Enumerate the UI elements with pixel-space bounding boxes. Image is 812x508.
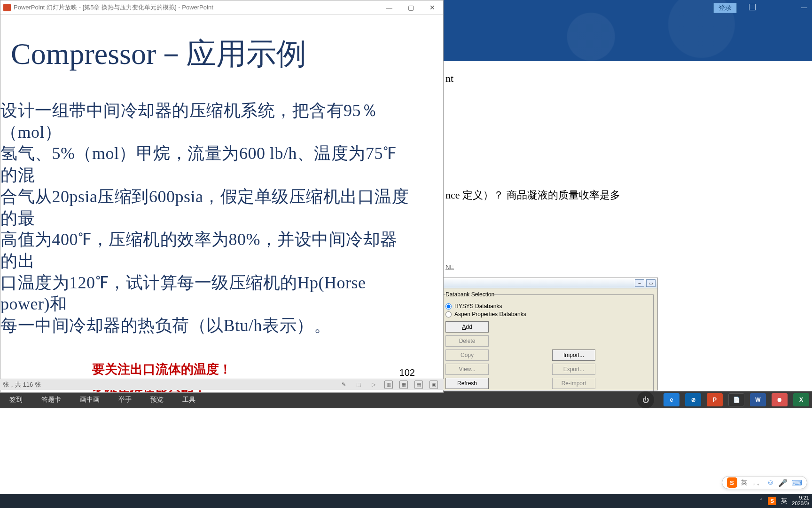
ppt-titlebar[interactable]: PowerPoint 幻灯片放映 - [第5章 换热与压力变化单元的模拟] - … [0,0,443,15]
doc-ne-label: NE [445,263,810,270]
maximize-button[interactable]: ▢ [400,0,422,15]
ime-punct-indicator[interactable]: ，。 [751,478,763,487]
ribbon-grid-icon [749,4,756,10]
import-button[interactable]: Import... [552,349,595,361]
taskbar-recorder-icon[interactable]: ⏺ [772,393,788,406]
databank-panel-header: – ▭ [437,278,657,288]
slideshow-view-icon[interactable]: ▣ [429,381,438,389]
ppt-window-title: PowerPoint 幻灯片放映 - [第5章 换热与压力变化单元的模拟] - … [14,3,213,12]
slide-counter: 张，共 116 张 [3,381,41,389]
reimport-button[interactable]: Re-import [552,378,595,389]
toolbar-tools[interactable]: 工具 [173,391,205,408]
ppt-status-bar: 张，共 116 张 ✎ ⬚ ▷ ▥ ▦ ▤ ▣ [0,379,444,390]
tray-chevron-icon[interactable]: ˄ [760,498,763,505]
tray-date: 2020/3/ [792,501,809,507]
note-line-1: 要关注出口流体的温度！ [92,358,434,381]
login-button[interactable]: 登录 [713,3,737,13]
pen-tool-icon[interactable]: ✎ [339,381,348,389]
bg-minimize-button[interactable]: — [801,4,807,11]
ime-emoji-icon[interactable]: ☺ [767,478,774,487]
slide-page-number: 102 [399,367,415,378]
taskbar-word-icon[interactable]: W [750,393,766,406]
pointer-tool-icon[interactable]: ⬚ [354,381,363,389]
add-button[interactable]: Add [445,321,489,333]
taskbar-cast-icon[interactable]: ⎚ [685,393,701,406]
normal-view-icon[interactable]: ▥ [384,381,393,389]
powerpoint-slideshow-window: PowerPoint 幻灯片放映 - [第5章 换热与压力变化单元的模拟] - … [0,0,444,393]
windows-taskbar[interactable] [0,494,812,508]
aspen-properties-radio[interactable] [445,311,452,318]
view-button[interactable]: View... [445,364,489,375]
powerpoint-icon [3,4,11,11]
sorter-view-icon[interactable]: ▦ [399,381,408,389]
course-toolbar: 签到 答题卡 画中画 举手 预览 工具 ⏻ e ⎚ P 📄 W ⏺ X [0,391,812,408]
minimize-button[interactable]: — [378,0,400,15]
slide-area[interactable]: Compressor－应用示例 设计一组带中间冷却器的压缩机系统，把含有95％（… [0,15,443,392]
aspen-properties-label: Aspen Properties Databanks [454,311,526,318]
close-button[interactable]: ✕ [422,0,443,15]
hysys-databanks-label: HYSYS Databanks [454,303,502,310]
databank-selection-panel: – ▭ Databank Selection HYSYS Databanks A… [437,278,658,390]
tray-clock[interactable]: 9:21 2020/3/ [792,495,809,506]
ime-voice-icon[interactable]: 🎤 [778,478,788,487]
background-document-area: nt nce 定义）？ 商品凝液的质量收率是多 NE [444,61,812,270]
toolbar-answer-card[interactable]: 答题卡 [32,391,70,408]
tray-lang-indicator[interactable]: 英 [781,497,787,505]
databank-legend: Databank Selection [445,291,494,298]
slide-title: Compressor－应用示例 [11,33,434,74]
toolbar-signin[interactable]: 签到 [0,391,32,408]
sogou-ime-toolbar[interactable]: S 英 ，。 ☺ 🎤 ⌨ [722,476,807,489]
toolbar-raise-hand[interactable]: 举手 [109,391,141,408]
play-next-icon[interactable]: ▷ [369,381,378,389]
slide-body-text: 设计一组带中间冷却器的压缩机系统，把含有95％（mol） 氢气、5%（mol）甲… [0,100,409,337]
system-tray[interactable]: ˄ S 英 9:21 2020/3/ [757,494,812,508]
panel-restore-button[interactable]: ▭ [646,279,656,287]
delete-button[interactable]: Delete [445,335,489,347]
ime-keyboard-icon[interactable]: ⌨ [791,478,802,487]
taskbar-reader-icon[interactable]: 📄 [728,393,744,406]
doc-fragment-1: nt [445,72,810,85]
tray-sogou-icon[interactable]: S [768,497,776,505]
databank-fieldset: Databank Selection HYSYS Databanks Aspen… [441,291,654,393]
hysys-databanks-radio[interactable] [445,303,452,310]
toolbar-preview[interactable]: 预览 [141,391,173,408]
toolbar-power-button[interactable]: ⏻ [637,391,654,408]
sogou-logo-icon: S [727,477,737,488]
taskbar-ie-icon[interactable]: e [664,393,679,406]
ime-lang-indicator[interactable]: 英 [741,478,747,487]
panel-minimize-button[interactable]: – [635,279,644,287]
toolbar-pip[interactable]: 画中画 [70,391,109,408]
reading-view-icon[interactable]: ▤ [414,381,423,389]
export-button[interactable]: Export... [552,364,595,375]
refresh-button[interactable]: Refresh [445,378,489,389]
word-ribbon: 登录 — [444,0,812,61]
copy-button[interactable]: Copy [445,349,489,361]
doc-fragment-2: nce 定义）？ 商品凝液的质量收率是多 [445,188,810,202]
taskbar-excel-icon[interactable]: X [793,393,809,406]
taskbar-powerpoint-icon[interactable]: P [707,393,723,406]
